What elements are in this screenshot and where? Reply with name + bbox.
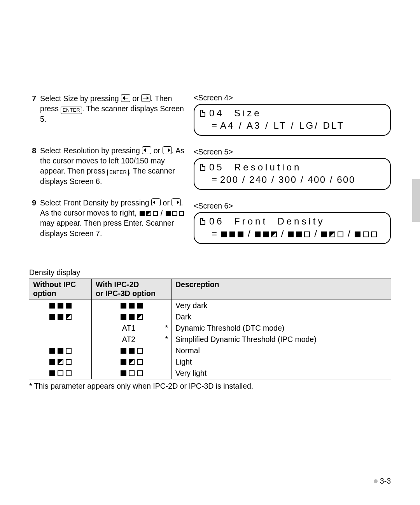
screen-label: <Screen 6>: [194, 202, 391, 210]
density-level-icon: [354, 228, 378, 239]
asterisk: *: [165, 323, 168, 332]
step-8: 8 Select Resolution by pressing or . As …: [29, 146, 187, 187]
step-text: Select Size by pressing or . Then press …: [40, 93, 187, 124]
horizontal-rule: [29, 82, 391, 82]
density-level-icon: [48, 346, 73, 355]
col-with-ipc: With IPC-2D or IPC-3D option: [92, 279, 172, 300]
lcd-line-1: 05 Resolution: [200, 162, 385, 173]
table-row: Normal: [29, 345, 391, 356]
enter-key-icon: ENTER: [61, 107, 82, 114]
step-number: 8: [29, 146, 36, 156]
density-level-icon: [119, 301, 144, 310]
density-level-icon: [119, 346, 144, 355]
page: 7 Select Size by pressing or . Then pres…: [0, 0, 420, 505]
screen-6-block: <Screen 6> 06 Front Density = / / / /: [194, 202, 391, 244]
screen-4-block: <Screen 4> 04 Size = A4 / A3 / LT / LG/ …: [194, 93, 391, 136]
description-cell: Dark: [172, 311, 391, 323]
density-level-icon: [48, 312, 73, 321]
description-cell: Light: [172, 356, 391, 368]
left-arrow-key-icon: [121, 94, 130, 102]
lcd-line-2: = / / / /: [200, 228, 385, 239]
description-cell: Dynamic Threshold (DTC mode): [172, 323, 391, 334]
step-9: 9 Select Front Density by pressing or . …: [29, 198, 187, 238]
screens-column: <Screen 4> 04 Size = A4 / A3 / LT / LG/ …: [194, 93, 391, 256]
document-icon: [200, 110, 205, 117]
col-without-ipc: Without IPC option: [29, 279, 92, 300]
screen-label: <Screen 4>: [194, 93, 391, 102]
table-row: Very dark: [29, 300, 391, 311]
lcd-display: 04 Size = A4 / A3 / LT / LG/ DLT: [194, 104, 391, 136]
section-tab: [412, 179, 420, 222]
density-level-icon: [220, 228, 245, 239]
density-level-icon: [48, 301, 73, 310]
lcd-line-1: 06 Front Density: [200, 216, 385, 227]
density-level-icon: [287, 228, 311, 239]
screen-5-block: <Screen 5> 05 Resolution = 200 / 240 / 3…: [194, 147, 391, 190]
asterisk: *: [165, 335, 168, 344]
density-table-heading: Density display: [29, 268, 391, 277]
lcd-display: 06 Front Density = / / / /: [194, 212, 391, 244]
right-arrow-key-icon: [172, 198, 181, 206]
two-column-layout: 7 Select Size by pressing or . Then pres…: [29, 93, 391, 256]
table-row: AT2*Simplified Dynamic Threshold (IPC mo…: [29, 334, 391, 345]
density-level-icon: [48, 358, 73, 366]
step-text: Select Front Density by pressing or . As…: [40, 198, 187, 238]
table-row: AT1*Dynamic Threshold (DTC mode): [29, 323, 391, 334]
lcd-line-2: = 200 / 240 / 300 / 400 / 600: [200, 174, 385, 185]
density-level-icon: [139, 209, 159, 217]
step-number: 7: [29, 93, 36, 103]
lcd-display: 05 Resolution = 200 / 240 / 300 / 400 / …: [194, 158, 391, 190]
right-arrow-key-icon: [163, 146, 172, 154]
table-row: Dark: [29, 311, 391, 323]
screen-label: <Screen 5>: [194, 147, 391, 156]
step-number: 9: [29, 198, 36, 208]
table-row: Very light: [29, 368, 391, 379]
step-text: Select Resolution by pressing or . As th…: [40, 146, 187, 187]
description-cell: Very dark: [172, 300, 391, 311]
table-footnote: * This parameter appears only when IPC-2…: [29, 382, 391, 391]
document-icon: [200, 218, 205, 225]
steps-column: 7 Select Size by pressing or . Then pres…: [29, 93, 187, 256]
density-level-icon: [119, 312, 144, 321]
at-mode-label: AT1: [122, 324, 135, 332]
density-level-icon: [254, 228, 278, 239]
density-level-icon: [119, 369, 144, 378]
col-description: Descreption: [172, 279, 391, 300]
description-cell: Very light: [172, 368, 391, 379]
lcd-line-1: 04 Size: [200, 108, 385, 119]
enter-key-icon: ENTER: [107, 169, 129, 176]
page-number: 3-3: [380, 477, 391, 486]
at-mode-label: AT2: [122, 335, 135, 344]
left-arrow-key-icon: [151, 198, 161, 206]
left-arrow-key-icon: [142, 146, 151, 154]
description-cell: Normal: [172, 345, 391, 356]
density-level-icon: [48, 369, 73, 378]
right-arrow-key-icon: [141, 94, 150, 102]
document-icon: [200, 164, 205, 171]
bullet-icon: [374, 479, 378, 483]
step-7: 7 Select Size by pressing or . Then pres…: [29, 93, 187, 124]
description-cell: Simplified Dynamic Threshold (IPC mode): [172, 334, 391, 345]
density-level-icon: [119, 358, 144, 366]
lcd-line-2: = A4 / A3 / LT / LG/ DLT: [200, 120, 385, 131]
density-table: Without IPC option With IPC-2D or IPC-3D…: [29, 279, 391, 379]
density-level-icon: [320, 228, 345, 239]
density-level-icon: [165, 209, 185, 217]
table-row: Light: [29, 356, 391, 368]
page-footer: 3-3: [374, 477, 391, 486]
table-header-row: Without IPC option With IPC-2D or IPC-3D…: [29, 279, 391, 300]
